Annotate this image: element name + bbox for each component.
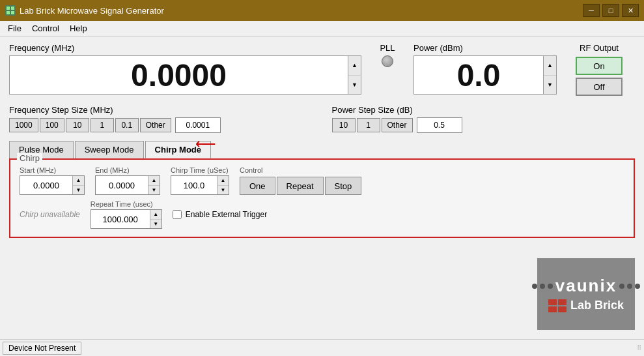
vaunix-text: vaunix (555, 276, 617, 296)
chirp-group-label: Chirp (17, 153, 42, 163)
minimize-button[interactable]: ─ (583, 4, 600, 17)
frequency-down-button[interactable]: ▼ (348, 76, 361, 95)
chirp-start-field: Start (MHz) ▲ ▼ (20, 166, 85, 195)
chirp-start-input[interactable] (20, 176, 72, 194)
power-arrows: ▲ ▼ (543, 56, 556, 94)
chirp-time-field: Chirp Time (uSec) ▲ ▼ (171, 166, 229, 195)
repeat-time-down[interactable]: ▼ (150, 220, 161, 229)
top-section: Frequency (MHz) 0.0000 ▲ ▼ PLL Power (dB… (9, 43, 635, 98)
pll-container: PLL (368, 43, 407, 67)
external-trigger-label: Enable External Trigger (186, 210, 267, 219)
chirp-one-button[interactable]: One (240, 177, 275, 195)
lab-brick-text: Lab Brick (570, 299, 624, 312)
vaunix-logo: vaunix Lab Brick (537, 258, 635, 330)
power-step-other[interactable]: Other (382, 118, 413, 132)
dot1 (532, 284, 537, 289)
freq-step-block: Frequency Step Size (MHz) 1000 100 10 1 … (9, 105, 313, 133)
tabs-row: Pulse Mode Sweep Mode Chirp Mode (9, 141, 635, 158)
window-controls: ─ □ ✕ (583, 4, 639, 17)
repeat-time-arrows: ▲ ▼ (150, 210, 161, 228)
rf-on-button[interactable]: On (576, 57, 623, 75)
chirp-end-input[interactable] (96, 176, 148, 194)
pll-label: PLL (380, 43, 395, 53)
chirp-control-field: Control One Repeat Stop (240, 166, 361, 195)
brick-cell-3 (548, 306, 557, 312)
power-display-container: 0.0 ▲ ▼ (413, 55, 557, 95)
menu-help[interactable]: Help (64, 22, 92, 35)
rf-off-button[interactable]: Off (576, 78, 623, 96)
power-block: Power (dBm) 0.0 ▲ ▼ (413, 43, 557, 95)
status-bar: Device Not Present ⠿ (0, 339, 644, 356)
power-step-input[interactable] (417, 117, 462, 133)
repeat-time-spinbox: ▲ ▼ (91, 209, 162, 229)
freq-step-other[interactable]: Other (140, 118, 171, 132)
svg-rect-0 (7, 7, 10, 10)
chirp-start-arrows: ▲ ▼ (72, 176, 84, 194)
chirp-row1: Start (MHz) ▲ ▼ End (MHz) (20, 166, 624, 195)
power-down-button[interactable]: ▼ (544, 76, 556, 95)
chirp-end-up[interactable]: ▲ (148, 176, 160, 186)
dot6 (635, 284, 640, 289)
chirp-start-down[interactable]: ▼ (73, 186, 84, 195)
freq-step-input[interactable] (175, 117, 221, 133)
frequency-display: 0.0000 (10, 56, 348, 94)
dot5 (627, 284, 632, 289)
freq-step-10[interactable]: 10 (66, 118, 89, 132)
chirp-start-spinbox: ▲ ▼ (20, 175, 85, 195)
chirp-time-arrows: ▲ ▼ (217, 176, 229, 194)
repeat-time-up[interactable]: ▲ (150, 210, 161, 220)
rf-output-block: RF Output On Off (563, 43, 635, 98)
external-trigger-field: Enable External Trigger (173, 210, 267, 219)
chirp-end-down[interactable]: ▼ (148, 186, 160, 195)
chirp-end-label: End (MHz) (95, 166, 160, 174)
chirp-stop-button[interactable]: Stop (325, 177, 362, 195)
chirp-end-spinbox: ▲ ▼ (95, 175, 160, 195)
power-up-button[interactable]: ▲ (544, 56, 556, 76)
chirp-time-up[interactable]: ▲ (217, 176, 229, 186)
vaunix-dots-right (619, 284, 640, 289)
frequency-label: Frequency (MHz) (9, 43, 361, 53)
chirp-end-field: End (MHz) ▲ ▼ (95, 166, 160, 195)
frequency-up-button[interactable]: ▲ (348, 56, 361, 76)
chirp-time-spinbox: ▲ ▼ (171, 175, 229, 195)
rf-output-label: RF Output (580, 43, 619, 53)
resize-handle[interactable]: ⠿ (637, 344, 641, 351)
power-step-10[interactable]: 10 (332, 118, 356, 132)
menu-control[interactable]: Control (27, 22, 64, 35)
status-text: Device Not Present (3, 342, 81, 355)
pll-led (382, 55, 393, 67)
freq-step-100[interactable]: 100 (40, 118, 64, 132)
brick-cell-2 (558, 299, 567, 305)
vaunix-name-row: vaunix (532, 276, 640, 296)
freq-step-1000[interactable]: 1000 (9, 118, 38, 132)
lab-brick-row: Lab Brick (548, 299, 624, 312)
maximize-button[interactable]: □ (602, 4, 619, 17)
svg-rect-3 (11, 11, 14, 14)
chirp-start-label: Start (MHz) (20, 166, 85, 174)
chirp-control-label: Control (240, 166, 361, 174)
svg-rect-1 (11, 7, 14, 10)
menu-bar: File Control Help (0, 21, 644, 37)
freq-step-01[interactable]: 0.1 (115, 118, 139, 132)
close-button[interactable]: ✕ (622, 4, 639, 17)
chirp-time-input[interactable] (171, 176, 217, 194)
chirp-repeat-button[interactable]: Repeat (277, 177, 324, 195)
dot3 (548, 284, 553, 289)
freq-step-buttons: 1000 100 10 1 0.1 Other (9, 117, 313, 133)
chirp-start-up[interactable]: ▲ (73, 176, 84, 186)
power-step-block: Power Step Size (dB) 10 1 Other (332, 105, 636, 133)
chirp-time-down[interactable]: ▼ (217, 186, 229, 195)
frequency-arrows: ▲ ▼ (348, 56, 361, 94)
freq-step-1[interactable]: 1 (91, 118, 114, 132)
tab-chirp-mode[interactable]: Chirp Mode (145, 141, 212, 158)
power-step-1[interactable]: 1 (357, 118, 380, 132)
menu-file[interactable]: File (3, 22, 27, 35)
power-step-buttons: 10 1 Other (332, 117, 636, 133)
window-title: Lab Brick Microwave Signal Generator (20, 6, 579, 16)
chirp-end-arrows: ▲ ▼ (148, 176, 160, 194)
external-trigger-checkbox[interactable] (173, 210, 182, 219)
tab-sweep-mode[interactable]: Sweep Mode (75, 141, 144, 158)
chirp-time-label: Chirp Time (uSec) (171, 166, 229, 174)
repeat-time-input[interactable] (91, 210, 150, 228)
vaunix-dots-left (532, 284, 553, 289)
